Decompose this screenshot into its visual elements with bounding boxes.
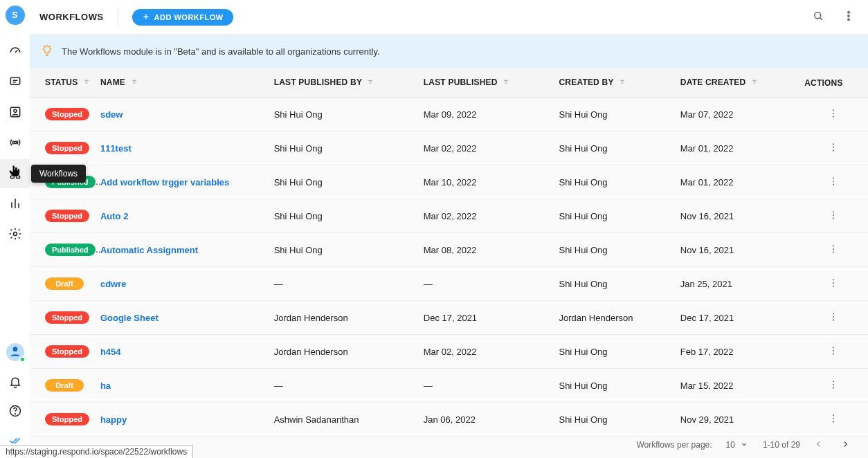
- svg-point-25: [833, 214, 834, 215]
- search-button[interactable]: [808, 8, 828, 27]
- svg-point-42: [833, 414, 834, 416]
- header-more-button[interactable]: [839, 8, 858, 27]
- column-header-name[interactable]: NAME: [100, 68, 274, 98]
- row-actions-button[interactable]: [825, 377, 842, 394]
- more-vertical-icon: [828, 142, 839, 155]
- svg-point-14: [848, 19, 849, 20]
- add-workflow-label: ADD WORKFLOW: [154, 13, 224, 21]
- beta-banner: The Workflows module is in "Beta" and is…: [30, 35, 868, 68]
- workflow-name-link[interactable]: 111test: [100, 143, 132, 154]
- workspace-avatar[interactable]: S: [6, 6, 25, 25]
- pagination-label: Workflows per page:: [636, 440, 712, 450]
- svg-point-21: [833, 177, 834, 178]
- cell-last-pub-by: —: [274, 267, 424, 301]
- column-header-last-pub[interactable]: LAST PUBLISHED: [424, 68, 559, 98]
- cell-date-created: Mar 01, 2022: [680, 131, 804, 165]
- row-actions-button[interactable]: [825, 174, 842, 190]
- more-vertical-icon: [828, 413, 839, 426]
- cell-created-by: Shi Hui Ong: [559, 199, 680, 233]
- cell-last-pub: —: [424, 267, 559, 301]
- row-actions-button[interactable]: [825, 106, 842, 122]
- cell-created-by: Shi Hui Ong: [559, 165, 680, 199]
- workflow-name-link[interactable]: Auto 2: [100, 211, 128, 221]
- status-badge: Stopped: [45, 311, 89, 324]
- more-vertical-icon: [828, 176, 839, 189]
- page-size-select[interactable]: 10: [723, 438, 752, 452]
- status-badge: Stopped: [45, 413, 89, 425]
- browser-status-url: https://staging.respond.io/space/22522/w…: [0, 445, 193, 458]
- row-actions-button[interactable]: [825, 140, 842, 156]
- sidebar-item-settings[interactable]: [0, 220, 30, 249]
- cell-date-created: Jan 25, 2021: [680, 267, 804, 301]
- row-actions-button[interactable]: [825, 275, 842, 292]
- row-actions-button[interactable]: [825, 208, 842, 224]
- cell-last-pub: Jan 06, 2022: [424, 403, 559, 437]
- column-header-last-pub-by-label: LAST PUBLISHED BY: [274, 77, 362, 87]
- svg-point-30: [833, 279, 834, 280]
- cell-last-pub-by: Shi Hui Ong: [274, 131, 424, 165]
- workflow-name-link[interactable]: sdew: [100, 109, 123, 120]
- workflow-name-link[interactable]: Add workflow trgger variables: [100, 177, 229, 187]
- sidebar-item-notifications[interactable]: [0, 368, 30, 397]
- cell-date-created: Mar 07, 2022: [680, 98, 804, 131]
- pagination-prev-button[interactable]: [811, 437, 826, 452]
- sidebar-item-contacts[interactable]: [0, 98, 30, 127]
- svg-point-39: [833, 381, 834, 382]
- search-icon: [812, 10, 824, 24]
- svg-point-23: [833, 183, 834, 185]
- row-actions-button[interactable]: [825, 241, 842, 258]
- workflow-name-link[interactable]: Automatic Assignment: [100, 245, 198, 255]
- sort-icon: [365, 77, 375, 89]
- workflow-name-link[interactable]: ha: [100, 381, 111, 391]
- add-workflow-button[interactable]: ADD WORKFLOW: [132, 9, 233, 26]
- column-header-status[interactable]: STATUS: [30, 68, 100, 98]
- column-header-created-by[interactable]: CREATED BY: [559, 68, 680, 98]
- sort-icon: [617, 77, 627, 89]
- svg-point-32: [833, 285, 834, 286]
- svg-point-16: [833, 112, 834, 113]
- hand-cursor-icon: [7, 163, 22, 178]
- workflow-name-link[interactable]: h454: [100, 347, 121, 357]
- svg-point-44: [833, 421, 834, 422]
- sidebar-item-dashboard[interactable]: [0, 37, 30, 66]
- svg-point-27: [833, 245, 834, 246]
- row-actions-button[interactable]: [825, 411, 842, 428]
- pagination-next-button[interactable]: [838, 437, 853, 452]
- cell-date-created: Mar 15, 2022: [680, 369, 804, 403]
- table-row: StoppedsdewShi Hui OngMar 09, 2022Shi Hu…: [30, 98, 868, 131]
- workflows-table: STATUS NAME LAST PUBLISHED BY LAST: [30, 68, 868, 437]
- workflow-name-link[interactable]: Google Sheet: [100, 313, 159, 323]
- sort-icon: [750, 77, 759, 89]
- cell-last-pub: Mar 10, 2022: [424, 165, 559, 199]
- sidebar-item-broadcast[interactable]: [0, 129, 30, 158]
- column-header-date-created[interactable]: DATE CREATED: [680, 68, 804, 98]
- workflow-name-link[interactable]: happy: [100, 414, 127, 425]
- cell-date-created: Nov 29, 2021: [680, 403, 804, 437]
- row-actions-button[interactable]: [825, 343, 842, 360]
- svg-point-37: [833, 349, 834, 351]
- cell-last-pub-by: Jordan Henderson: [274, 335, 424, 369]
- cell-last-pub-by: Shi Hui Ong: [274, 98, 424, 131]
- status-badge: Stopped: [45, 210, 89, 222]
- svg-point-43: [833, 417, 834, 419]
- table-row: Stoppedh454Jordan HendersonMar 02, 2022S…: [30, 335, 868, 369]
- sidebar-item-messages[interactable]: [0, 68, 30, 97]
- cell-last-pub-by: —: [274, 369, 424, 403]
- sidebar-item-help[interactable]: [0, 397, 30, 426]
- svg-point-13: [848, 15, 849, 17]
- cell-last-pub: Mar 02, 2022: [424, 335, 559, 369]
- sidebar-item-reports[interactable]: [0, 190, 30, 219]
- cell-last-pub: Mar 09, 2022: [424, 98, 559, 131]
- column-header-last-pub-by[interactable]: LAST PUBLISHED BY: [274, 68, 424, 98]
- cell-date-created: Mar 01, 2022: [680, 165, 804, 199]
- more-vertical-icon: [828, 210, 839, 223]
- user-presence-avatar[interactable]: [6, 343, 24, 361]
- cell-created-by: Shi Hui Ong: [559, 233, 680, 267]
- svg-point-40: [833, 383, 834, 385]
- workflow-name-link[interactable]: cdwre: [100, 279, 127, 289]
- row-actions-button[interactable]: [825, 309, 842, 326]
- svg-point-36: [833, 347, 834, 348]
- table-row: PublishedAdd workflow trgger variablesSh…: [30, 165, 868, 199]
- gauge-icon: [8, 44, 22, 60]
- more-vertical-icon: [828, 244, 839, 257]
